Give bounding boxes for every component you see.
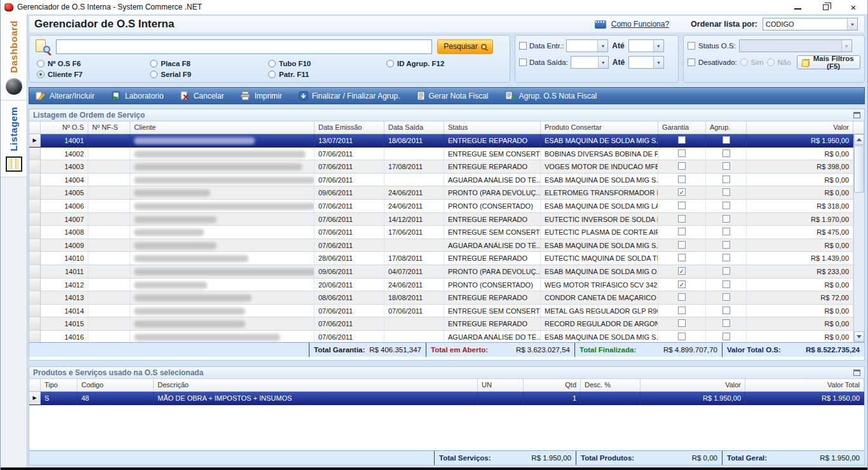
table-row-os-14003[interactable]: 1400307/06/201117/08/2011ENTREGUE REPARA… — [29, 160, 853, 174]
table-row-os-14016[interactable]: 1401607/06/2011AGUARDA ANÁLISE DO TÉ...E… — [29, 331, 853, 342]
search-radio-tubo-f10[interactable]: Tubo F10 — [268, 58, 386, 69]
chevron-down-icon[interactable]: ▼ — [598, 57, 608, 68]
restore-button[interactable] — [811, 0, 839, 14]
garantia-checkbox[interactable] — [678, 162, 686, 170]
garantia-checkbox[interactable] — [678, 307, 686, 314]
agrup-checkbox[interactable] — [722, 307, 730, 314]
search-radio-id-agrup-f12[interactable]: ID Agrup. F12 — [386, 58, 505, 69]
os-col-header-Nº O.S[interactable]: Nº O.S — [41, 121, 88, 134]
agrup-checkbox[interactable] — [722, 267, 730, 275]
table-row-os-14002[interactable]: 1400207/06/2011ENTREGUE SEM CONSERTOBOBI… — [29, 148, 853, 161]
agrup-checkbox[interactable] — [722, 215, 730, 223]
cell-agrup[interactable] — [706, 239, 747, 252]
chevron-down-icon[interactable]: ▼ — [653, 57, 663, 68]
cell-agrup[interactable] — [706, 174, 747, 186]
garantia-checkbox[interactable] — [678, 176, 686, 183]
cell-agrup[interactable] — [706, 213, 747, 226]
cell-agrup[interactable] — [706, 291, 747, 304]
os-col-header-Agrup.[interactable]: Agrup. — [706, 121, 747, 134]
os-col-header-Data Saída[interactable]: Data Saída — [384, 121, 444, 134]
minimize-button[interactable] — [783, 0, 811, 14]
cell-garantia[interactable] — [658, 213, 706, 226]
pesquisar-button[interactable]: Pesquisar — [437, 39, 493, 54]
table-row-os-14008[interactable]: 1400807/06/201117/06/2011ENTREGUE SEM CO… — [29, 226, 853, 239]
cell-garantia[interactable] — [658, 226, 706, 238]
cell-garantia[interactable] — [658, 305, 706, 317]
search-radio-cliente-f7[interactable]: Cliente F7 — [37, 69, 150, 79]
search-radio-n-o-s-f6[interactable]: Nº O.S F6 — [37, 58, 150, 69]
mais-filtros-button[interactable]: Mais Filtros (F5) — [797, 55, 860, 69]
desativado-checkbox[interactable] — [688, 59, 695, 66]
cell-agrup[interactable] — [706, 331, 747, 342]
status-os-select[interactable]: ▼ — [739, 39, 852, 52]
garantia-checkbox[interactable] — [678, 202, 686, 209]
prod-col-header-Qtd[interactable]: Qtd — [524, 379, 581, 391]
search-radio-patr-f11[interactable]: Patr. F11 — [268, 69, 386, 79]
table-row-os-14001[interactable]: ▶1400113/07/201118/08/2011ENTREGUE REPAR… — [29, 134, 853, 148]
cell-agrup[interactable] — [706, 252, 747, 265]
agrup-checkbox[interactable] — [722, 333, 730, 340]
garantia-checkbox[interactable] — [678, 136, 686, 144]
prod-col-header-Valor Total[interactable]: Valor Total — [745, 379, 864, 391]
cell-agrup[interactable] — [706, 279, 747, 291]
toolbar-button-cancelar[interactable]: Cancelar — [180, 91, 224, 100]
table-row-os-14007[interactable]: 1400707/06/201114/12/2011ENTREGUE REPARA… — [29, 213, 853, 226]
table-row-os-14009[interactable]: 1400907/06/2011AGUARDA ANÁLISE DO TÉ...E… — [29, 239, 853, 252]
garantia-checkbox[interactable] — [678, 228, 686, 235]
agrup-checkbox[interactable] — [722, 319, 730, 327]
table-row-os-14013[interactable]: 1401308/06/201118/08/2011ENTREGUE REPARA… — [29, 291, 853, 305]
table-row-os-14012[interactable]: 1401220/06/201124/06/2011PRONTO (CONSERT… — [29, 279, 853, 292]
data-saida-to-select[interactable]: ▼ — [628, 56, 664, 69]
status-os-checkbox[interactable] — [688, 42, 695, 50]
cell-agrup[interactable] — [706, 200, 747, 212]
agrup-checkbox[interactable] — [722, 228, 730, 235]
cell-garantia[interactable] — [658, 160, 706, 173]
os-col-header-Produto Consertar[interactable]: Produto Consertar — [541, 121, 658, 134]
chevron-down-icon[interactable]: ▼ — [841, 40, 851, 52]
chevron-down-icon[interactable]: ▼ — [847, 18, 857, 30]
toolbar-button-agrup-o-s-nota-fiscal[interactable]: Agrup. O.S Nota Fiscal — [505, 91, 597, 100]
prod-col-header-Codigo[interactable]: Codigo — [78, 379, 154, 391]
table-row-os-14006[interactable]: 1400607/06/201124/06/2011PRONTO (CONSERT… — [29, 200, 853, 213]
agrup-checkbox[interactable] — [722, 136, 730, 144]
agrup-checkbox[interactable] — [722, 293, 730, 301]
os-col-header-Status[interactable]: Status — [444, 121, 541, 134]
cell-garantia[interactable] — [658, 291, 706, 304]
scroll-down-button[interactable] — [854, 331, 864, 342]
garantia-checkbox[interactable]: ✓ — [678, 267, 686, 275]
cell-agrup[interactable] — [706, 148, 747, 160]
table-row-os-14014[interactable]: 1401407/06/201107/06/2011ENTREGUE SEM CO… — [29, 305, 853, 318]
data-entr-checkbox[interactable] — [519, 42, 527, 50]
table-row-os-14005[interactable]: 1400509/06/201124/06/2011PRONTO (PARA DE… — [29, 186, 853, 200]
cell-garantia[interactable]: ✓ — [658, 279, 706, 291]
data-saida-checkbox[interactable] — [519, 59, 527, 66]
toolbar-button-laboratorio[interactable]: Laboratorio — [111, 91, 164, 100]
garantia-checkbox[interactable] — [678, 241, 686, 249]
scroll-thumb[interactable] — [854, 146, 864, 193]
cell-garantia[interactable] — [658, 134, 706, 147]
prod-col-header-Valor[interactable]: Valor — [641, 379, 745, 391]
order-by-select[interactable]: CODIGO ▼ — [763, 18, 858, 31]
os-col-header-Cliente[interactable]: Cliente — [130, 121, 315, 134]
search-input[interactable] — [56, 39, 432, 54]
prod-col-header-Descrição[interactable]: Descrição — [154, 379, 478, 391]
cell-garantia[interactable] — [658, 239, 706, 252]
data-saida-from-select[interactable]: ▼ — [571, 56, 609, 69]
nao-radio[interactable] — [767, 59, 775, 66]
garantia-checkbox[interactable] — [678, 293, 686, 301]
toolbar-button-alterar-incluir[interactable]: Alterar/Incluir — [36, 91, 95, 100]
cell-agrup[interactable] — [706, 305, 747, 317]
table-row-os-14015[interactable]: 1401507/06/2011ENTREGUE REPARADORECORD R… — [29, 317, 853, 331]
os-col-header-Garantia[interactable]: Garantia — [658, 121, 706, 134]
garantia-checkbox[interactable] — [678, 215, 686, 223]
search-radio-serial-f9[interactable]: Serial F9 — [150, 69, 268, 79]
agrup-checkbox[interactable] — [722, 149, 730, 157]
table-row-os-14011[interactable]: 1401109/06/201104/07/2011PRONTO (PARA DE… — [29, 265, 853, 279]
chevron-down-icon[interactable]: ▼ — [653, 40, 663, 52]
agrup-checkbox[interactable] — [722, 280, 730, 288]
close-button[interactable]: × — [839, 0, 867, 14]
prod-col-header-Desc. %[interactable]: Desc. % — [581, 379, 641, 391]
cell-agrup[interactable] — [706, 226, 747, 238]
garantia-checkbox[interactable]: ✓ — [678, 188, 686, 196]
toolbar-button-gerar-nota-fiscal[interactable]: Gerar Nota Fiscal — [417, 91, 489, 100]
